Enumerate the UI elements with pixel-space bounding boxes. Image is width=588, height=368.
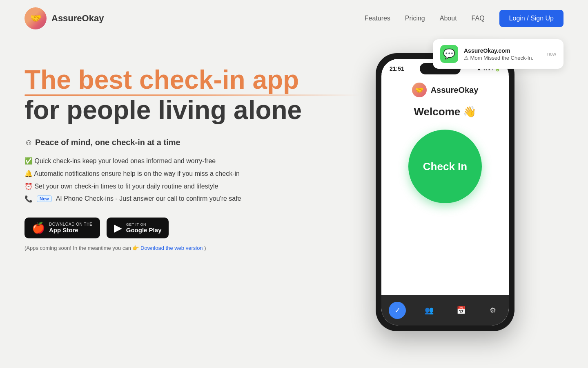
logo-text: AssureOkay <box>51 13 104 24</box>
hero-feature-1: ✅ Quick check-ins keep your loved ones i… <box>24 157 359 165</box>
phone-app-name: AssureOkay <box>431 85 479 95</box>
google-play-button[interactable]: ▶ GET IT ON Google Play <box>107 218 169 238</box>
appstore-sub: Download on the <box>49 222 93 227</box>
nav-features[interactable]: Features <box>365 15 390 22</box>
logo-icon: 🤝 <box>24 7 47 29</box>
apps-coming-text: (Apps coming soon! In the meantime you c… <box>24 245 359 251</box>
hero-feature-3: ⏰ Set your own check-in times to fit you… <box>24 182 359 190</box>
google-icon: ▶ <box>114 222 122 234</box>
phone-app-icon: 🤝 <box>412 83 427 97</box>
phone-nav-contacts[interactable]: 👥 <box>421 302 438 319</box>
phone-time: 21:51 <box>390 65 404 72</box>
phone-body: 🤝 AssureOkay Welcome 👋 Check In <box>381 74 509 295</box>
phone-screen: 21:51 ▲ WiFi 🔋 🤝 AssureOkay Welcome 👋 Ch… <box>381 59 509 325</box>
phone-nav-settings[interactable]: ⚙ <box>484 302 501 319</box>
logo-link[interactable]: 🤝 AssureOkay <box>24 7 104 29</box>
hero-features: ✅ Quick check-ins keep your loved ones i… <box>24 157 359 203</box>
phone-frame: 21:51 ▲ WiFi 🔋 🤝 AssureOkay Welcome 👋 Ch… <box>376 53 514 331</box>
google-text: GET IT ON Google Play <box>126 222 162 233</box>
notif-title: AssureOkay.com <box>464 47 541 54</box>
appstore-main: App Store <box>49 227 93 233</box>
phone-mockup: 21:51 ▲ WiFi 🔋 🤝 AssureOkay Welcome 👋 Ch… <box>376 53 514 331</box>
nav-faq[interactable]: FAQ <box>472 15 485 22</box>
new-badge: New <box>37 195 52 202</box>
hero-feature-2: 🔔 Automatic notifications ensure help is… <box>24 170 359 177</box>
hero-tagline: ☺ Peace of mind, one check-in at a time <box>24 138 359 147</box>
notif-icon: 💬 <box>440 45 458 63</box>
phone-welcome: Welcome 👋 <box>414 105 477 118</box>
google-sub: GET IT ON <box>126 222 162 227</box>
notification-popup: 💬 AssureOkay.com ⚠ Mom Missed the Check-… <box>433 39 564 69</box>
hero-feature-4: 📞 New AI Phone Check-ins - Just answer o… <box>24 195 359 203</box>
google-main: Google Play <box>126 227 162 233</box>
hero-left: The best check-in app for people living … <box>24 53 359 251</box>
checkin-button[interactable]: Check In <box>408 130 482 203</box>
notif-message: ⚠ Mom Missed the Check-In. <box>464 55 541 61</box>
appstore-text: Download on the App Store <box>49 222 93 233</box>
login-button[interactable]: Login / Sign Up <box>499 10 564 27</box>
store-buttons: 🍎 Download on the App Store ▶ GET IT ON … <box>24 218 359 238</box>
notif-content: AssureOkay.com ⚠ Mom Missed the Check-In… <box>464 47 541 61</box>
hero-section: The best check-in app for people living … <box>0 37 588 331</box>
phone-nav-checkin[interactable]: ✓ <box>389 302 406 319</box>
phone-nav-schedule[interactable]: 📅 <box>452 302 470 319</box>
nav-about[interactable]: About <box>440 15 457 22</box>
phone-bottom-nav: ✓ 👥 📅 ⚙ <box>381 295 509 325</box>
appstore-button[interactable]: 🍎 Download on the App Store <box>24 218 100 238</box>
notif-time: now <box>547 51 556 57</box>
hero-title-dark: for people living alone <box>24 96 359 124</box>
hero-title-gradient: The best check-in app <box>24 65 359 94</box>
phone-app-logo: 🤝 AssureOkay <box>412 83 479 97</box>
apple-icon: 🍎 <box>32 222 45 234</box>
nav-pricing[interactable]: Pricing <box>405 15 425 22</box>
navbar: 🤝 AssureOkay Features Pricing About FAQ … <box>0 0 588 37</box>
web-version-link[interactable]: Download the web version <box>140 245 203 251</box>
nav-links: Features Pricing About FAQ Login / Sign … <box>365 10 564 27</box>
